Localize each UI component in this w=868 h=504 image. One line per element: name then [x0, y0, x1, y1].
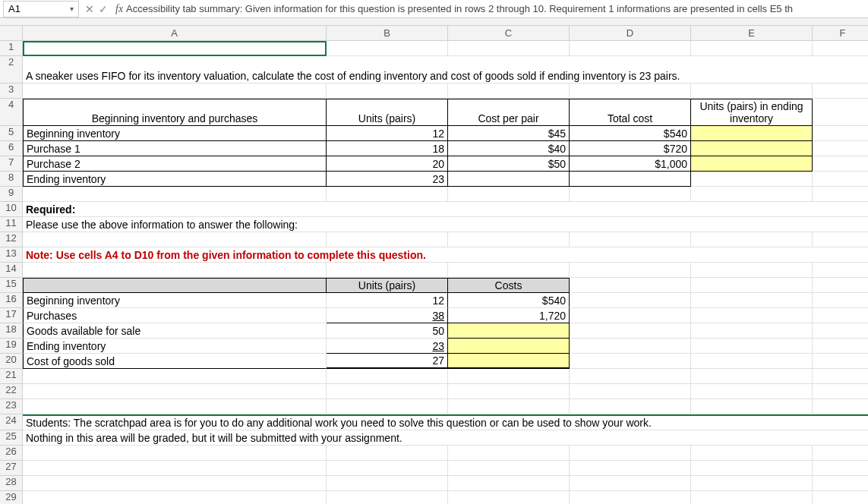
cell-D6[interactable]: $720 [570, 141, 691, 156]
cell-A7[interactable]: Purchase 2 [23, 156, 327, 172]
cell-D7[interactable]: $1,000 [570, 156, 691, 172]
cell-C4[interactable]: Cost per pair [448, 99, 570, 126]
cell-A13[interactable]: Note: Use cells A4 to D10 from the given… [23, 247, 868, 263]
cell[interactable] [23, 232, 327, 247]
cancel-icon[interactable]: ✕ [85, 3, 94, 15]
cell[interactable] [570, 187, 691, 202]
cell-B6[interactable]: 18 [327, 141, 448, 156]
col-header-B[interactable]: B [327, 26, 448, 41]
cell-B20[interactable]: 27 [327, 354, 448, 369]
col-header-C[interactable]: C [448, 26, 570, 41]
chevron-down-icon[interactable]: ▾ [70, 5, 74, 13]
cell[interactable] [448, 369, 570, 384]
cell[interactable] [327, 446, 448, 461]
cell-A16[interactable]: Beginning inventory [23, 293, 327, 308]
cell-C5[interactable]: $45 [448, 126, 570, 141]
cell[interactable] [570, 232, 691, 247]
cell[interactable] [691, 339, 813, 354]
row-header[interactable]: 16 [0, 293, 23, 308]
cell[interactable] [327, 399, 448, 414]
cell[interactable] [813, 491, 868, 504]
cell-C17[interactable]: 1,720 [448, 308, 570, 323]
cell[interactable] [813, 461, 868, 476]
cell[interactable] [570, 339, 691, 354]
row-header[interactable]: 4 [0, 99, 23, 126]
cell[interactable] [327, 491, 448, 504]
cell[interactable] [327, 187, 448, 202]
row-header[interactable]: 13 [0, 247, 23, 263]
cell[interactable] [570, 293, 691, 308]
cell[interactable] [691, 491, 813, 504]
cell[interactable] [813, 399, 868, 414]
cell[interactable] [448, 384, 570, 399]
cell[interactable] [23, 399, 327, 414]
row-header[interactable]: 7 [0, 156, 23, 172]
cell[interactable] [691, 384, 813, 399]
row-header[interactable]: 26 [0, 446, 23, 461]
cell-A17[interactable]: Purchases [23, 308, 327, 323]
cell[interactable] [327, 232, 448, 247]
cell-A15[interactable] [23, 278, 327, 293]
cell[interactable] [448, 187, 570, 202]
cell-A6[interactable]: Purchase 1 [23, 141, 327, 156]
cell[interactable] [23, 491, 327, 504]
cell-E4[interactable]: Units (pairs) in ending inventory [691, 99, 813, 126]
cell[interactable] [691, 263, 813, 278]
cell-C20[interactable] [448, 354, 570, 369]
cell[interactable] [23, 384, 327, 399]
cell[interactable] [813, 446, 868, 461]
cell-E6[interactable] [691, 141, 813, 156]
row-header[interactable]: 21 [0, 369, 23, 384]
cell[interactable] [448, 491, 570, 504]
cell[interactable] [570, 263, 691, 278]
cell[interactable] [691, 41, 813, 56]
col-header-A[interactable]: A [23, 26, 327, 41]
cell[interactable] [813, 308, 868, 323]
cell[interactable] [691, 369, 813, 384]
cell-B18[interactable]: 50 [327, 323, 448, 339]
cell[interactable] [327, 83, 448, 99]
cell-A5[interactable]: Beginning inventory [23, 126, 327, 141]
cell[interactable] [23, 369, 327, 384]
cell[interactable] [570, 491, 691, 504]
cell-A18[interactable]: Goods available for sale [23, 323, 327, 339]
enter-icon[interactable]: ✓ [99, 3, 108, 15]
cell[interactable] [570, 369, 691, 384]
cell[interactable] [23, 187, 327, 202]
cell[interactable] [813, 99, 868, 126]
formula-input[interactable]: Accessibility tab summary: Given informa… [126, 3, 793, 14]
col-header-E[interactable]: E [691, 26, 813, 41]
cell[interactable] [23, 263, 327, 278]
cell[interactable] [813, 384, 868, 399]
cell[interactable] [813, 126, 868, 141]
row-header[interactable]: 19 [0, 339, 23, 354]
row-header[interactable]: 2 [0, 56, 23, 83]
cell[interactable] [813, 293, 868, 308]
row-header[interactable]: 11 [0, 217, 23, 232]
cell-B8[interactable]: 23 [327, 172, 448, 187]
row-header[interactable]: 20 [0, 354, 23, 369]
cell[interactable] [448, 41, 570, 56]
spreadsheet-grid[interactable]: A B C D E F G H I 1 2 A sneaker uses FIF… [0, 26, 868, 504]
cell-A11[interactable]: Please use the above information to answ… [23, 217, 868, 232]
row-header[interactable]: 12 [0, 232, 23, 247]
cell[interactable] [813, 83, 868, 99]
cell[interactable] [448, 83, 570, 99]
row-header[interactable]: 5 [0, 126, 23, 141]
cell[interactable] [691, 83, 813, 99]
cell[interactable] [691, 476, 813, 491]
select-all-corner[interactable] [0, 26, 23, 41]
cell[interactable] [570, 354, 691, 369]
cell[interactable] [691, 399, 813, 414]
cell[interactable] [813, 476, 868, 491]
cell-C18[interactable] [448, 323, 570, 339]
row-header[interactable]: 29 [0, 491, 23, 504]
cell[interactable] [813, 156, 868, 172]
cell-B4[interactable]: Units (pairs) [327, 99, 448, 126]
cell[interactable] [327, 263, 448, 278]
cell-A4[interactable]: Beginning inventory and purchases [23, 99, 327, 126]
col-header-D[interactable]: D [570, 26, 691, 41]
cell-C7[interactable]: $50 [448, 156, 570, 172]
cell[interactable] [813, 369, 868, 384]
cell-B16[interactable]: 12 [327, 293, 448, 308]
